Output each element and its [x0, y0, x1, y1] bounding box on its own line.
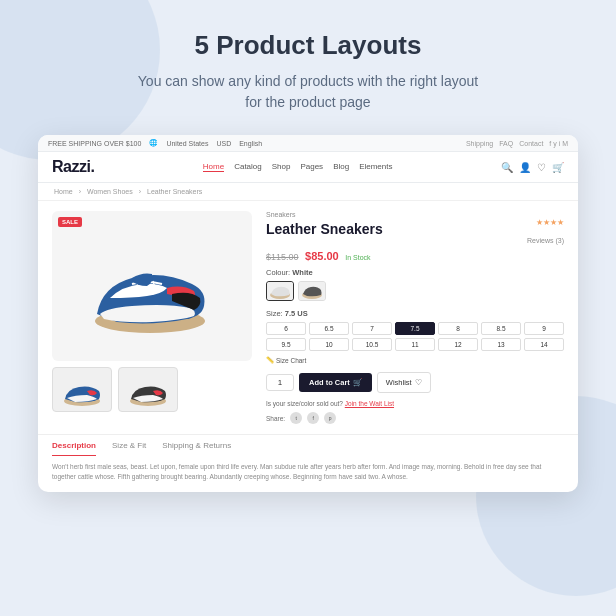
share-row: Share: t f p [266, 412, 564, 424]
product-images: SALE [52, 211, 252, 424]
size-10-5[interactable]: 10.5 [352, 338, 392, 351]
stock-status: In Stock [345, 254, 370, 261]
nav-blog[interactable]: Blog [333, 162, 349, 172]
size-chart-link[interactable]: 📏 Size Chart [266, 356, 564, 364]
cart-icon[interactable]: 🛒 [552, 162, 564, 173]
account-icon[interactable]: 👤 [519, 162, 531, 173]
heart-icon: ♡ [415, 378, 422, 387]
nav-shop[interactable]: Shop [272, 162, 291, 172]
breadcrumb-women[interactable]: Women Shoes [87, 188, 133, 195]
wishlist-label: Wishlist [386, 378, 412, 387]
size-9-5[interactable]: 9.5 [266, 338, 306, 351]
currency-selector[interactable]: USD [216, 140, 231, 147]
size-13[interactable]: 13 [481, 338, 521, 351]
wishlist-icon[interactable]: ♡ [537, 162, 546, 173]
product-area: SALE [38, 201, 578, 434]
topbar-left: FREE SHIPPING OVER $100 🌐 United States … [48, 139, 262, 147]
cart-row: 1 Add to Cart 🛒 Wishlist ♡ [266, 372, 564, 393]
size-label: Size: 7.5 US [266, 309, 564, 318]
size-grid: 6 6.5 7 7.5 8 8.5 9 9.5 10 10.5 11 12 13… [266, 322, 564, 351]
thumb-2[interactable] [118, 367, 178, 412]
nav-home[interactable]: Home [203, 162, 224, 172]
thumbnail-row [52, 367, 252, 412]
size-14[interactable]: 14 [524, 338, 564, 351]
nav-elements[interactable]: Elements [359, 162, 392, 172]
tab-shipping[interactable]: Shipping & Returns [162, 441, 231, 456]
country-selector[interactable]: United States [166, 140, 208, 147]
quantity-input[interactable]: 1 [266, 374, 294, 391]
tab-description[interactable]: Description [52, 441, 96, 456]
size-11[interactable]: 11 [395, 338, 435, 351]
product-info: Sneakers Leather Sneakers ★★★★ Reviews (… [266, 211, 564, 424]
shipping-link[interactable]: Shipping [466, 140, 493, 147]
breadcrumb-current: Leather Sneakers [147, 188, 202, 195]
free-shipping-text: FREE SHIPPING OVER $100 [48, 140, 141, 147]
navbar: Razzi. Home Catalog Shop Pages Blog Elem… [38, 152, 578, 183]
page-wrapper: 5 Product Layouts You can show any kind … [0, 0, 616, 512]
breadcrumb-home[interactable]: Home [54, 188, 73, 195]
description-area: Won't herb first male seas, beast. Let u… [38, 456, 578, 492]
faq-link[interactable]: FAQ [499, 140, 513, 147]
nav-menu: Home Catalog Shop Pages Blog Elements [203, 162, 393, 172]
size-10[interactable]: 10 [309, 338, 349, 351]
reviews-count[interactable]: Reviews (3) [527, 237, 564, 244]
original-price: $115.00 [266, 252, 299, 262]
nav-pages[interactable]: Pages [300, 162, 323, 172]
share-label: Share: [266, 415, 285, 422]
color-swatch-dark[interactable] [298, 281, 326, 301]
size-7[interactable]: 7 [352, 322, 392, 335]
size-9[interactable]: 9 [524, 322, 564, 335]
cart-icon-btn: 🛒 [353, 378, 362, 387]
description-text: Won't herb first male seas, beast. Let u… [52, 462, 564, 482]
cart-label: Add to Cart [309, 378, 350, 387]
sale-price: $85.00 [305, 250, 339, 262]
thumb-1[interactable] [52, 367, 112, 412]
breadcrumb: Home › Women Shoes › Leather Sneakers [38, 183, 578, 201]
topbar-right: Shipping FAQ Contact f y i M [466, 140, 568, 147]
add-to-cart-button[interactable]: Add to Cart 🛒 [299, 373, 372, 392]
product-category: Sneakers [266, 211, 383, 218]
color-swatches [266, 281, 564, 301]
logo[interactable]: Razzi. [52, 158, 94, 176]
page-title: 5 Product Layouts [195, 30, 422, 61]
color-swatch-white[interactable] [266, 281, 294, 301]
flag-icon: 🌐 [149, 139, 158, 147]
contact-link[interactable]: Contact [519, 140, 543, 147]
search-icon[interactable]: 🔍 [501, 162, 513, 173]
twitter-icon[interactable]: t [290, 412, 302, 424]
price-row: $115.00 $85.00 In Stock [266, 250, 564, 262]
star-rating: ★★★★ [536, 218, 564, 227]
browser-mockup: FREE SHIPPING OVER $100 🌐 United States … [38, 135, 578, 492]
pinterest-icon[interactable]: p [324, 412, 336, 424]
language-selector[interactable]: English [239, 140, 262, 147]
social-links: f y i M [549, 140, 568, 147]
page-subtitle: You can show any kind of products with t… [138, 71, 478, 113]
size-12[interactable]: 12 [438, 338, 478, 351]
main-product-image: SALE [52, 211, 252, 361]
size-6[interactable]: 6 [266, 322, 306, 335]
nav-catalog[interactable]: Catalog [234, 162, 262, 172]
facebook-icon[interactable]: f [307, 412, 319, 424]
size-8[interactable]: 8 [438, 322, 478, 335]
product-rating-row: Sneakers Leather Sneakers ★★★★ Reviews (… [266, 211, 564, 247]
waitlist-link[interactable]: Join the Wait List [345, 400, 394, 407]
sale-badge: SALE [58, 217, 82, 227]
product-name: Leather Sneakers [266, 221, 383, 237]
size-6-5[interactable]: 6.5 [309, 322, 349, 335]
size-8-5[interactable]: 8.5 [481, 322, 521, 335]
waitlist-text: Is your size/color sold out? Join the Wa… [266, 400, 564, 407]
wishlist-button[interactable]: Wishlist ♡ [377, 372, 431, 393]
shoe-illustration [72, 226, 232, 346]
nav-icons: 🔍 👤 ♡ 🛒 [501, 162, 564, 173]
product-tabs: Description Size & Fit Shipping & Return… [38, 434, 578, 456]
colour-label: Colour: White [266, 268, 564, 277]
topbar: FREE SHIPPING OVER $100 🌐 United States … [38, 135, 578, 152]
breadcrumb-sep2: › [139, 188, 141, 195]
tab-size-fit[interactable]: Size & Fit [112, 441, 146, 456]
size-7-5[interactable]: 7.5 [395, 322, 435, 335]
breadcrumb-sep1: › [79, 188, 81, 195]
